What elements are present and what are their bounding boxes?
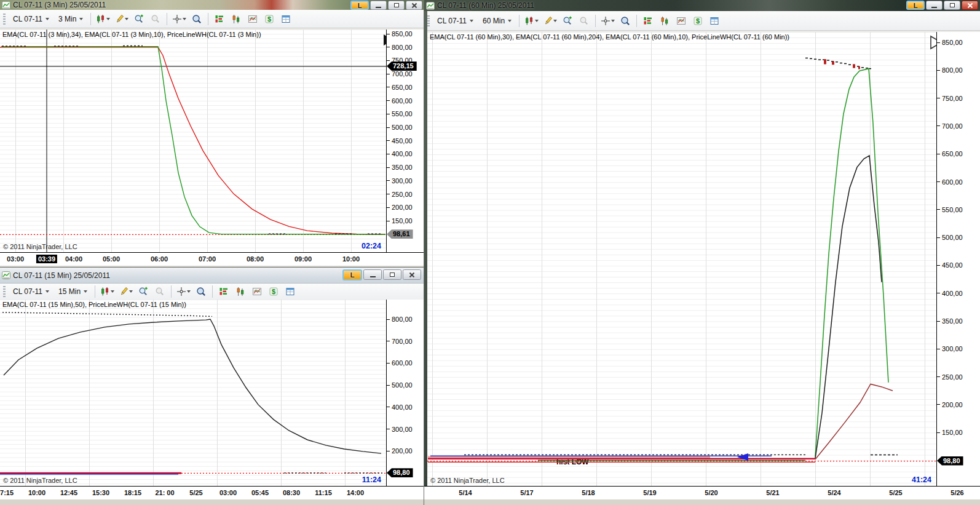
x-axis-tick: 5/25 <box>189 489 202 496</box>
price-tag: 98,80 <box>937 456 963 466</box>
zoom-region-button[interactable] <box>189 12 204 26</box>
candle-body <box>853 64 855 68</box>
chevron-down-icon <box>129 290 133 293</box>
toolbar-separator <box>90 13 91 25</box>
instrument-dropdown[interactable]: CL 07-11 <box>433 15 477 26</box>
pencil-icon <box>119 287 128 296</box>
titlebar[interactable]: CL 07-11 (3 Min) 25/05/2011 L <box>0 0 424 10</box>
zoom-region-button[interactable] <box>194 285 208 298</box>
interval-dropdown[interactable]: 60 Min <box>479 15 515 26</box>
data-grid-button[interactable] <box>707 14 722 28</box>
close-button[interactable] <box>403 269 421 280</box>
market-analyzer-button[interactable] <box>641 14 655 28</box>
time-axis[interactable]: 5/145/175/185/195/205/215/245/255/26 <box>424 486 980 499</box>
market-analyzer-button[interactable] <box>212 12 227 26</box>
chart-window-icon <box>426 2 435 10</box>
toolbar-grip[interactable] <box>3 14 6 25</box>
price-axis[interactable]: 850,00800,00750,00700,00650,00600,00550,… <box>386 30 424 252</box>
series-ema-204 <box>815 384 893 459</box>
data-grid-button[interactable] <box>279 12 293 26</box>
chart-snapshot-button[interactable] <box>674 14 689 28</box>
drawing-tools-button[interactable] <box>113 12 130 26</box>
zoom-in-icon <box>134 14 144 24</box>
svg-text:$: $ <box>267 15 271 23</box>
account-data-button[interactable]: $ <box>266 285 281 298</box>
x-axis-tick: 5/25 <box>889 489 902 496</box>
chart-style-button[interactable] <box>99 285 116 298</box>
chart-trader-button[interactable] <box>229 12 243 26</box>
price-axis[interactable]: 850,00800,00750,00700,00650,00600,00550,… <box>936 32 980 486</box>
close-button[interactable] <box>962 1 978 10</box>
interval-label: 15 Min <box>58 287 81 296</box>
crosshair-button[interactable] <box>175 285 192 298</box>
zoom-out-button[interactable] <box>577 14 591 28</box>
x-axis-tick: 5/18 <box>582 489 595 496</box>
zoom-out-button[interactable] <box>148 12 163 26</box>
chart-plot-15min[interactable]: EMA(CL 07-11 (15 Min),50), PriceLineWH(C… <box>0 300 386 486</box>
x-axis-tick: 11:15 <box>315 489 332 496</box>
account-data-button[interactable]: $ <box>262 12 277 26</box>
minimize-button[interactable] <box>370 1 387 10</box>
minimize-button[interactable] <box>363 269 382 280</box>
maximize-button[interactable] <box>388 1 405 10</box>
chart-snapshot-button[interactable] <box>250 285 264 298</box>
analyzer-icon <box>643 16 653 26</box>
bar-countdown: 41:24 <box>912 475 931 484</box>
chart-trader-button[interactable] <box>657 14 672 28</box>
maximize-icon <box>394 3 399 7</box>
zoom-out-button[interactable] <box>152 285 167 298</box>
y-axis-tick: 650,00 <box>937 150 963 157</box>
zoom-in-button[interactable] <box>136 285 151 298</box>
toolbar-grip[interactable] <box>427 15 430 26</box>
instrument-dropdown[interactable]: CL 07-11 <box>9 286 53 297</box>
toolbar-grip[interactable] <box>3 286 6 297</box>
zoom-in-button[interactable] <box>132 12 146 26</box>
time-axis[interactable]: 07:1510:0012:4515:3018:1521: 005/2503:00… <box>0 486 424 499</box>
maximize-button[interactable] <box>944 1 960 10</box>
titlebar[interactable]: CL 07-11 (15 Min) 25/05/2011 L <box>0 268 424 284</box>
minimize-button[interactable] <box>926 1 942 10</box>
chart-window-icon <box>2 1 10 9</box>
link-button[interactable]: L <box>342 269 362 280</box>
link-button[interactable]: L <box>906 1 925 10</box>
x-axis-tick: 5/19 <box>643 489 656 496</box>
drawing-tools-button[interactable] <box>117 285 134 298</box>
chart-trader-button[interactable] <box>233 285 248 298</box>
chart-toolbar: CL 07-11 60 Min $ <box>424 11 980 31</box>
zoom-region-button[interactable] <box>618 14 633 28</box>
interval-dropdown[interactable]: 15 Min <box>55 286 91 297</box>
x-axis-tick: 21: 00 <box>155 489 174 496</box>
chart-style-button[interactable] <box>95 12 111 26</box>
titlebar[interactable]: CL 07-11 (60 Min) 25/05/2011 L <box>424 0 980 11</box>
interval-dropdown[interactable]: 3 Min <box>55 14 87 25</box>
x-axis-tick: 18:15 <box>124 489 141 496</box>
crosshair-button[interactable] <box>171 12 188 26</box>
chart-snapshot-button[interactable] <box>245 12 260 26</box>
market-analyzer-button[interactable] <box>216 285 231 298</box>
crosshair-button[interactable] <box>599 14 616 28</box>
chart-canvas <box>0 300 386 486</box>
data-grid-button[interactable] <box>283 285 298 298</box>
x-axis-tick: 5/24 <box>828 489 840 496</box>
time-axis[interactable]: 03:0004:0005:0006:0007:0008:0009:0010:00… <box>0 252 424 266</box>
drawing-tools-button[interactable] <box>542 14 558 28</box>
series-ema-34 <box>0 47 385 234</box>
zoom-out-icon <box>155 287 165 296</box>
chart-plot-3min[interactable]: EMA(CL 07-11 (3 Min),34), EMA(CL 07-11 (… <box>0 30 386 252</box>
chart-plot-60min[interactable]: EMA(CL 07-11 (60 Min),30), EMA(CL 07-11 … <box>427 32 936 486</box>
y-axis-tick: 200,00 <box>387 447 413 455</box>
ninjatrader-workspace: CL 07-11 (3 Min) 25/05/2011 L CL 07-11 3… <box>0 0 980 505</box>
link-button[interactable]: L <box>350 1 369 10</box>
analyzer-icon <box>219 287 229 296</box>
candlestick-icon <box>524 16 534 26</box>
instrument-dropdown[interactable]: CL 07-11 <box>9 14 53 25</box>
y-axis-tick: 700,00 <box>387 70 413 78</box>
price-axis[interactable]: 800,00700,00600,00500,00400,00300,00200,… <box>386 300 424 486</box>
account-data-button[interactable]: $ <box>690 14 705 28</box>
zoom-in-button[interactable] <box>560 14 575 28</box>
chart-style-button[interactable] <box>523 14 540 28</box>
maximize-button[interactable] <box>383 269 401 280</box>
chevron-down-icon <box>470 20 473 22</box>
indicator-label: EMA(CL 07-11 (3 Min),34), EMA(CL 07-11 (… <box>2 31 261 38</box>
close-button[interactable] <box>406 1 422 10</box>
